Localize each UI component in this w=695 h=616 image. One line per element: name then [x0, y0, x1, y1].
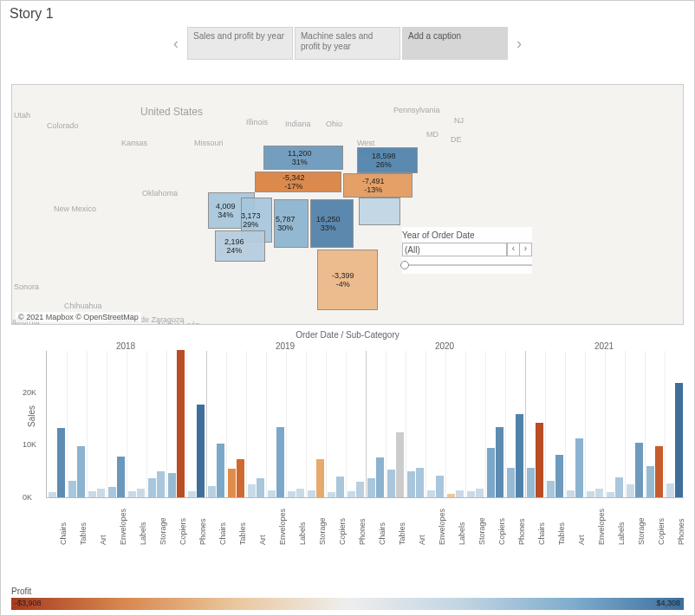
bar[interactable]: [456, 490, 464, 498]
bar[interactable]: [237, 459, 244, 497]
state-north-carolina[interactable]: [343, 173, 412, 198]
bar[interactable]: [308, 490, 315, 498]
bar[interactable]: [607, 492, 614, 497]
map-panel[interactable]: United States ColoradoKansasMissouriIlli…: [11, 84, 684, 325]
bar[interactable]: [635, 443, 643, 497]
bar[interactable]: [536, 423, 543, 497]
legend-max: $4,308: [656, 599, 680, 607]
bar[interactable]: [507, 468, 515, 497]
next-arrow[interactable]: ›: [511, 35, 527, 53]
bar[interactable]: [276, 427, 284, 497]
bar[interactable]: [97, 489, 105, 497]
state-tennessee[interactable]: [255, 172, 341, 192]
bar[interactable]: [587, 491, 594, 497]
bar[interactable]: [328, 492, 335, 497]
story-tab-1[interactable]: Machine sales and profit by year: [295, 27, 400, 60]
bar[interactable]: [416, 468, 424, 497]
bar[interactable]: [487, 448, 495, 497]
state-georgia[interactable]: [310, 199, 354, 248]
bar[interactable]: [248, 484, 256, 497]
bar[interactable]: [547, 481, 555, 497]
bar[interactable]: [57, 428, 65, 497]
category-label: Phones: [677, 518, 685, 545]
bar[interactable]: [496, 427, 503, 497]
state-louisiana[interactable]: [215, 230, 265, 262]
category-label: Copiers: [179, 518, 187, 545]
bar[interactable]: [117, 457, 125, 497]
bar[interactable]: [516, 414, 523, 497]
state-alabama[interactable]: [274, 199, 309, 248]
bar[interactable]: [336, 477, 344, 497]
bar[interactable]: [655, 446, 663, 498]
state-kentucky[interactable]: [263, 146, 343, 170]
bar[interactable]: [376, 457, 384, 497]
bar[interactable]: [555, 455, 563, 497]
bar[interactable]: [157, 471, 165, 497]
bar[interactable]: [316, 459, 324, 497]
bar[interactable]: [387, 470, 395, 497]
bar[interactable]: [217, 444, 224, 497]
bar[interactable]: [467, 491, 475, 497]
plot-area[interactable]: Sales 0K10K20K: [46, 351, 684, 498]
bar[interactable]: [108, 487, 116, 497]
bar[interactable]: [367, 478, 375, 497]
bar[interactable]: [476, 489, 484, 497]
bar[interactable]: [137, 489, 145, 497]
filter-slider[interactable]: [402, 260, 532, 270]
bar[interactable]: [177, 350, 185, 497]
legend-gradient: -$3,908 $4,308: [11, 598, 684, 610]
state-florida[interactable]: [317, 250, 378, 310]
bar[interactable]: [615, 477, 623, 497]
story-tab-0[interactable]: Sales and profit by year: [187, 27, 293, 60]
bar[interactable]: [288, 491, 296, 497]
bar[interactable]: [567, 490, 575, 498]
map-bg-label: Missouri: [194, 139, 224, 147]
bar[interactable]: [527, 468, 535, 497]
bar[interactable]: [257, 478, 264, 497]
bar[interactable]: [447, 494, 455, 497]
bar[interactable]: [675, 383, 683, 497]
bar[interactable]: [128, 491, 136, 497]
bar[interactable]: [396, 432, 404, 497]
map-bg-label: Kansas: [121, 139, 147, 147]
bar[interactable]: [208, 486, 216, 497]
category-label: Art: [418, 535, 426, 545]
bar[interactable]: [646, 466, 654, 497]
bar[interactable]: [348, 491, 355, 497]
state-virginia[interactable]: [357, 147, 418, 173]
bar[interactable]: [407, 471, 415, 497]
bar[interactable]: [595, 489, 603, 497]
state-south-carolina[interactable]: [359, 198, 400, 225]
bar[interactable]: [228, 469, 236, 497]
map-bg-label: Pennsylvania: [393, 106, 440, 114]
bar[interactable]: [436, 476, 444, 498]
bar[interactable]: [197, 405, 205, 497]
story-tab-2[interactable]: Add a caption: [402, 27, 508, 60]
bar[interactable]: [49, 492, 56, 497]
bar[interactable]: [296, 489, 304, 497]
filter-dropdown[interactable]: (All): [402, 243, 507, 256]
bar[interactable]: [77, 446, 85, 498]
prev-arrow[interactable]: ‹: [168, 35, 184, 53]
category-label: Art: [258, 535, 267, 545]
year-filter: Year of Order Date (All) ‹›: [402, 227, 532, 274]
category-label: Tables: [557, 522, 566, 545]
bar[interactable]: [627, 484, 634, 497]
category-label: Storage: [159, 517, 167, 545]
bar[interactable]: [188, 491, 196, 497]
bar[interactable]: [88, 491, 96, 497]
bar[interactable]: [356, 482, 364, 497]
bar[interactable]: [427, 490, 435, 498]
y-axis-label: Sales: [27, 405, 36, 427]
filter-stepper[interactable]: ‹›: [507, 243, 532, 256]
bar[interactable]: [68, 481, 76, 497]
map-bg-label: Illinois: [246, 118, 268, 126]
map-bg-label: Sonora: [14, 282, 39, 291]
category-label: Art: [577, 535, 586, 545]
bar[interactable]: [148, 478, 156, 497]
bar[interactable]: [666, 483, 674, 497]
bar[interactable]: [168, 473, 176, 497]
category-label: Labels: [617, 522, 626, 545]
bar[interactable]: [575, 438, 583, 497]
bar[interactable]: [268, 490, 276, 498]
